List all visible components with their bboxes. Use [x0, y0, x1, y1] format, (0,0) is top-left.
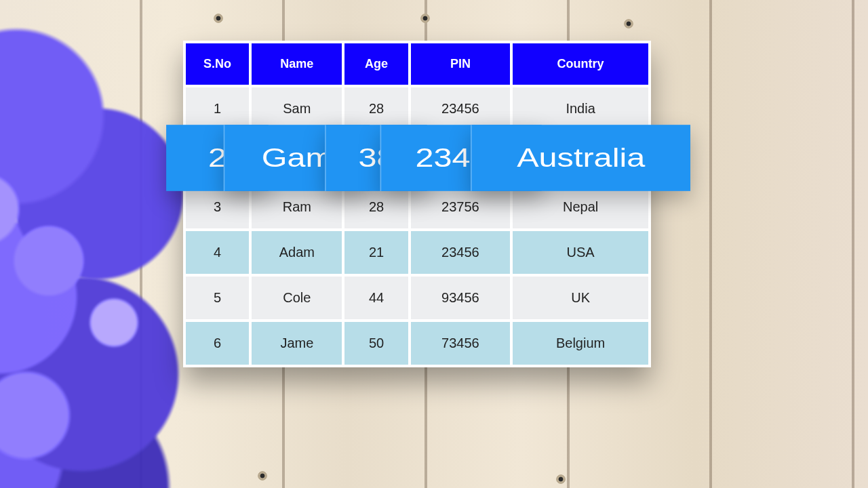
- cell-country: USA: [513, 231, 648, 274]
- table-header: S.No Name Age PIN Country: [186, 43, 648, 85]
- cell-name: Jame: [252, 322, 342, 365]
- cell-age: 44: [344, 277, 408, 319]
- table-row[interactable]: 4Adam2123456USA: [186, 231, 648, 274]
- table-row[interactable]: 5Cole4493456UK: [186, 277, 648, 319]
- cell-sno: 5: [186, 277, 249, 319]
- cell-age: 21: [344, 231, 408, 274]
- wood-knot-icon: [420, 14, 430, 23]
- cell-pin: 23756: [411, 186, 511, 228]
- cell-pin: 23456: [411, 231, 511, 274]
- cell-pin: 23456: [411, 87, 511, 130]
- cell-name: Sam: [252, 87, 342, 130]
- cell-country: UK: [513, 277, 648, 319]
- col-header-country[interactable]: Country: [513, 43, 648, 85]
- cell-name: Cole: [252, 277, 342, 319]
- cell-country: Belgium: [513, 322, 648, 365]
- cell-sno: 6: [186, 322, 249, 365]
- cell-pin: 93456: [411, 277, 511, 319]
- cell-sno: 3: [186, 186, 249, 228]
- table-row[interactable]: 1Sam2823456India: [186, 87, 648, 130]
- col-header-pin[interactable]: PIN: [411, 43, 511, 85]
- table-row[interactable]: 2Gam3823456Australia: [186, 133, 648, 183]
- col-header-name[interactable]: Name: [252, 43, 342, 85]
- table-body: 1Sam2823456India2Gam3823456Australia3Ram…: [186, 87, 648, 365]
- wood-knot-icon: [624, 19, 633, 28]
- cell-name: Adam: [252, 231, 342, 274]
- cell-country: India: [513, 87, 648, 130]
- cell-sno: 4: [186, 231, 249, 274]
- col-header-sno[interactable]: S.No: [186, 43, 249, 85]
- cell-age: 28: [344, 186, 408, 228]
- table-row[interactable]: 3Ram2823756Nepal: [186, 186, 648, 228]
- cell-name: Ram: [252, 186, 342, 228]
- table-row[interactable]: 6Jame5073456Belgium: [186, 322, 648, 365]
- cell-sno: 1: [186, 87, 249, 130]
- cell-age: 50: [344, 322, 408, 365]
- data-table-container: S.No Name Age PIN Country 1Sam2823456Ind…: [183, 41, 651, 367]
- cell-country: Australia: [471, 125, 690, 191]
- wood-knot-icon: [556, 474, 566, 484]
- cell-country: Nepal: [513, 186, 648, 228]
- wood-knot-icon: [258, 471, 267, 481]
- cell-age: 28: [344, 87, 408, 130]
- table-header-row: S.No Name Age PIN Country: [186, 43, 648, 85]
- col-header-age[interactable]: Age: [344, 43, 408, 85]
- cell-pin: 73456: [411, 322, 511, 365]
- data-table: S.No Name Age PIN Country 1Sam2823456Ind…: [183, 41, 651, 367]
